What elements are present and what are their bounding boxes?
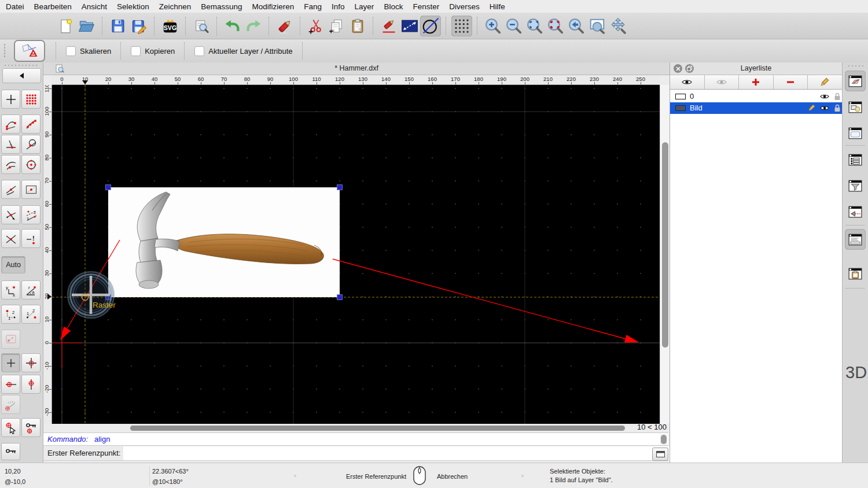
- show-all-layers-button[interactable]: [670, 75, 705, 89]
- dock-handle[interactable]: [847, 65, 865, 67]
- draw-pencil-icon[interactable]: [378, 16, 399, 36]
- menu-item[interactable]: Fang: [304, 2, 322, 11]
- menu-item[interactable]: Block: [384, 2, 403, 11]
- circle-line-tool-icon[interactable]: [420, 16, 441, 36]
- restrict-horizontal-button[interactable]: [1, 375, 20, 394]
- coord-cartesian-button[interactable]: yx: [1, 280, 20, 300]
- laser-panel-icon[interactable]: [845, 201, 866, 222]
- toolbar-handle[interactable]: [3, 64, 37, 66]
- layer-visible-icon[interactable]: [820, 104, 829, 112]
- menu-item[interactable]: Selektion: [117, 2, 149, 11]
- pan-icon[interactable]: [608, 16, 628, 36]
- zoom-selection-icon[interactable]: [545, 16, 566, 36]
- grid-toggle-icon[interactable]: [451, 16, 472, 36]
- layer-row-0[interactable]: 0: [670, 91, 842, 102]
- snap-intersection-12-button[interactable]: 12: [21, 205, 41, 224]
- property-editor-panel-icon[interactable]: [845, 149, 866, 170]
- layer-visible-icon[interactable]: [820, 93, 829, 101]
- menu-item[interactable]: Datei: [6, 2, 24, 11]
- zoom-in-icon[interactable]: [483, 16, 503, 36]
- snap-perpendicular-button[interactable]: [1, 135, 20, 154]
- lock-relative-zero-button[interactable]: [21, 418, 41, 437]
- history-scrollbar[interactable]: [660, 434, 667, 445]
- layer-list-panel-icon[interactable]: [845, 71, 866, 91]
- save-icon[interactable]: [108, 16, 128, 36]
- svg-export-icon[interactable]: SVG: [160, 16, 181, 36]
- snap-intersection-button[interactable]: [1, 229, 20, 248]
- checkbox-aktueller-layer[interactable]: Aktueller Layer / Attribute: [194, 46, 292, 56]
- v-scroll-thumb[interactable]: [662, 142, 668, 347]
- view-list-panel-icon[interactable]: [845, 123, 866, 143]
- lock-zero-extra-button[interactable]: [1, 443, 20, 460]
- snap-free-button[interactable]: [1, 90, 20, 109]
- print-preview-icon[interactable]: [191, 16, 212, 36]
- save-as-icon[interactable]: [128, 16, 149, 36]
- undo-icon[interactable]: [222, 16, 243, 36]
- snap-tangent-button[interactable]: [21, 135, 41, 154]
- hammer-image[interactable]: [108, 187, 340, 297]
- restrict-angle-button[interactable]: [1, 395, 20, 414]
- layer-row-bild[interactable]: Bild: [670, 102, 842, 114]
- snap-grid-button[interactable]: [21, 90, 41, 109]
- snap-distance-manual-button[interactable]: !: [21, 229, 41, 248]
- add-layer-button[interactable]: [739, 75, 774, 89]
- restrict-orthogonal-button[interactable]: [21, 353, 41, 372]
- checkbox-skalieren[interactable]: Skalieren: [66, 46, 111, 56]
- previous-view-icon[interactable]: [566, 16, 587, 36]
- layer-color-swatch[interactable]: [675, 94, 686, 99]
- rel-polar-button[interactable]: 12: [21, 305, 41, 324]
- zoom-window-icon[interactable]: [587, 16, 608, 36]
- open-file-icon[interactable]: [76, 16, 97, 36]
- layer-lock-icon[interactable]: [833, 104, 842, 112]
- menu-item[interactable]: Layer: [355, 2, 374, 11]
- snap-reference-button[interactable]: [21, 180, 41, 199]
- redo-icon[interactable]: [243, 16, 264, 36]
- menu-item[interactable]: Bearbeiten: [34, 2, 72, 11]
- clipboard-panel-icon[interactable]: [845, 263, 866, 284]
- hide-all-layers-button[interactable]: [705, 75, 740, 89]
- set-relative-zero-button[interactable]: [1, 418, 20, 437]
- auto-snap-button[interactable]: Auto: [1, 256, 25, 273]
- command-input[interactable]: [123, 446, 670, 460]
- menu-item[interactable]: Ansicht: [82, 2, 107, 11]
- layer-color-swatch[interactable]: [675, 105, 686, 111]
- drawing-canvas[interactable]: Raster: [52, 85, 660, 424]
- snap-nearest-button[interactable]: [1, 155, 20, 174]
- toolbar-handle[interactable]: [3, 43, 6, 58]
- snap-endpoints-button[interactable]: [1, 114, 20, 134]
- rel-cartesian-button[interactable]: 12: [1, 305, 20, 324]
- auto-zoom-icon[interactable]: [524, 16, 545, 36]
- handle-top-left[interactable]: [106, 185, 111, 190]
- zoom-out-icon[interactable]: [503, 16, 524, 36]
- measure-icon[interactable]: [399, 16, 420, 36]
- block-list-panel-icon[interactable]: [845, 97, 866, 117]
- handle-bottom-right[interactable]: [337, 295, 343, 300]
- menu-item[interactable]: Hilfe: [490, 2, 505, 11]
- remove-layer-button[interactable]: [774, 75, 808, 89]
- restrict-none-button[interactable]: [1, 353, 20, 372]
- layer-lock-icon[interactable]: [833, 93, 842, 101]
- cut-icon[interactable]: [306, 16, 326, 36]
- checkbox-kopieren[interactable]: Kopieren: [131, 46, 175, 56]
- restrict-vertical-button[interactable]: [21, 375, 41, 394]
- restrict-off-button[interactable]: [1, 330, 20, 349]
- menu-item[interactable]: Info: [332, 2, 345, 11]
- snap-on-entity-button[interactable]: [21, 114, 41, 134]
- menu-item[interactable]: Fenster: [413, 2, 439, 11]
- back-button[interactable]: [2, 68, 41, 83]
- menu-item[interactable]: Modifizieren: [252, 2, 295, 11]
- command-panel-toggle-button[interactable]: [652, 448, 668, 461]
- snap-middle-button[interactable]: [1, 180, 20, 199]
- delete-icon[interactable]: [274, 16, 295, 36]
- handle-top-right[interactable]: [337, 185, 343, 190]
- command-line-panel-icon[interactable]: [845, 229, 866, 250]
- snap-auto-intersection-button[interactable]: [1, 205, 20, 224]
- menu-item[interactable]: Diverses: [449, 2, 480, 11]
- new-file-icon[interactable]: [56, 16, 76, 36]
- menu-item[interactable]: Bemassung: [201, 2, 242, 11]
- checkbox-box[interactable]: [194, 46, 204, 56]
- checkbox-box[interactable]: [66, 46, 76, 56]
- checkbox-box[interactable]: [131, 46, 141, 56]
- snap-center-button[interactable]: [21, 155, 41, 174]
- selection-filter-panel-icon[interactable]: [845, 175, 866, 196]
